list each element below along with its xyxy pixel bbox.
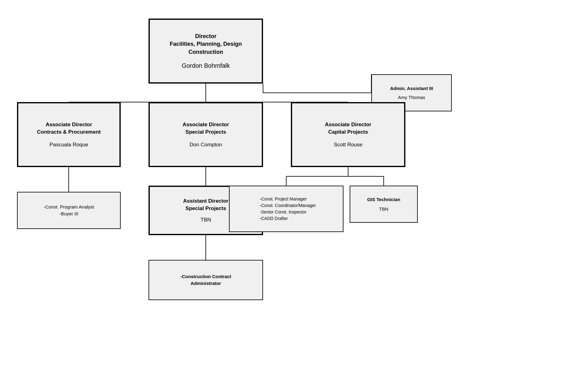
assoc3-name: Scott Rouse <box>334 141 363 148</box>
sub4-name: TBN <box>379 206 388 212</box>
assoc2-name: Don Compton <box>190 141 222 148</box>
assoc3-title: Associate Director Capital Projects <box>325 121 371 136</box>
sub5-node: -Construction Contract Administrator <box>149 260 263 300</box>
sub2-title: Assistant Director Special Projects <box>183 197 228 212</box>
sub3-node: -Const. Project Manager -Const. Coordina… <box>229 186 343 232</box>
assoc2-title: Associate Director Special Projects <box>183 121 229 136</box>
sub4-node: GIS Technician TBN <box>350 186 418 223</box>
director-node: Director Facilities, Planning, Design Co… <box>149 19 263 84</box>
director-title: Director Facilities, Planning, Design Co… <box>170 32 242 56</box>
admin-name: Amy Thomas <box>398 94 425 101</box>
assoc1-name: Pascuala Roque <box>50 141 88 148</box>
assoc2-node: Associate Director Special Projects Don … <box>149 102 263 167</box>
assoc1-title: Associate Director Contracts & Procureme… <box>37 121 101 136</box>
sub3-content: -Const. Project Manager -Const. Coordina… <box>257 196 316 222</box>
org-chart: Director Facilities, Planning, Design Co… <box>0 0 587 392</box>
admin-title: Admin. Assistant III <box>390 85 433 92</box>
sub2-name: TBN <box>201 217 211 223</box>
assoc3-node: Associate Director Capital Projects Scot… <box>291 102 405 167</box>
director-name: Gordon Bohmfalk <box>182 62 230 70</box>
sub4-title: GIS Technician <box>367 196 400 203</box>
assoc1-node: Associate Director Contracts & Procureme… <box>17 102 121 167</box>
sub5-content: -Construction Contract Administrator <box>180 273 231 287</box>
sub1-content: -Const. Program Analyst -Buyer III <box>44 204 94 218</box>
sub1-node: -Const. Program Analyst -Buyer III <box>17 192 121 229</box>
